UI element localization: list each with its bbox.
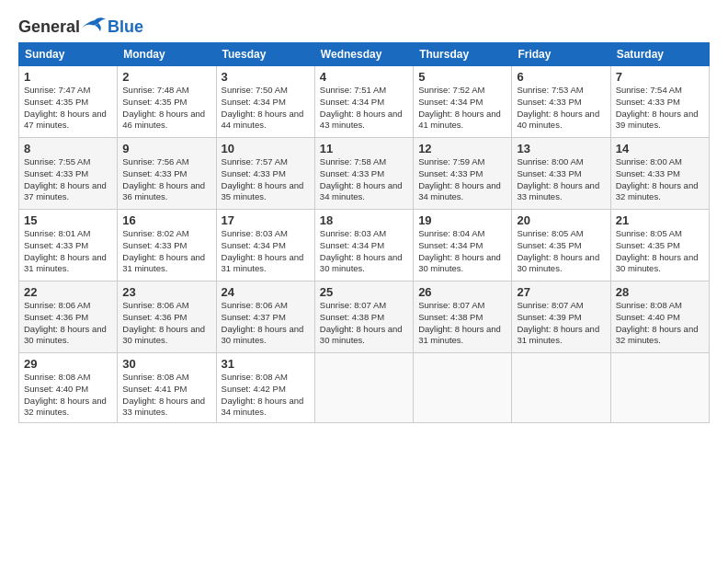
day-info: Sunrise: 8:03 AMSunset: 4:34 PMDaylight:… [222,228,304,273]
calendar-day-cell: 11 Sunrise: 7:58 AMSunset: 4:33 PMDaylig… [314,138,413,210]
day-info: Sunrise: 7:50 AMSunset: 4:34 PMDaylight:… [222,85,304,130]
day-info: Sunrise: 8:05 AMSunset: 4:35 PMDaylight:… [517,228,599,273]
day-number: 25 [320,285,408,299]
calendar-day-cell: 12 Sunrise: 7:59 AMSunset: 4:33 PMDaylig… [414,138,512,210]
calendar-day-cell: 3 Sunrise: 7:50 AMSunset: 4:34 PMDayligh… [216,66,314,138]
calendar-header-cell: Sunday [19,43,118,66]
day-number: 4 [320,70,408,84]
logo: General Blue [18,17,143,37]
calendar-day-cell: 9 Sunrise: 7:56 AMSunset: 4:33 PMDayligh… [118,138,216,210]
day-info: Sunrise: 7:57 AMSunset: 4:33 PMDaylight:… [222,156,304,201]
day-info: Sunrise: 7:52 AMSunset: 4:34 PMDaylight:… [418,85,501,130]
day-info: Sunrise: 7:51 AMSunset: 4:34 PMDaylight:… [320,85,403,130]
calendar-day-cell: 28 Sunrise: 8:08 AMSunset: 4:40 PMDaylig… [610,282,709,353]
calendar-day-cell: 22 Sunrise: 8:06 AMSunset: 4:36 PMDaylig… [19,282,118,353]
logo-general-text: General [18,17,80,37]
day-number: 11 [320,142,408,155]
day-number: 13 [517,142,605,155]
calendar-day-cell: 14 Sunrise: 8:00 AMSunset: 4:33 PMDaylig… [610,138,709,210]
calendar-header-cell: Wednesday [314,43,413,66]
calendar-header-cell: Saturday [610,43,709,66]
day-info: Sunrise: 8:08 AMSunset: 4:41 PMDaylight:… [122,372,205,417]
calendar-day-cell: 13 Sunrise: 8:00 AMSunset: 4:33 PMDaylig… [512,138,610,210]
day-info: Sunrise: 8:03 AMSunset: 4:34 PMDaylight:… [320,228,403,273]
calendar-day-cell: 29 Sunrise: 8:08 AMSunset: 4:40 PMDaylig… [19,353,118,423]
day-number: 7 [616,70,704,84]
day-info: Sunrise: 8:08 AMSunset: 4:42 PMDaylight:… [222,372,304,417]
day-number: 2 [122,70,210,84]
day-info: Sunrise: 8:06 AMSunset: 4:36 PMDaylight:… [122,300,205,345]
calendar-day-cell: 30 Sunrise: 8:08 AMSunset: 4:41 PMDaylig… [118,353,216,423]
day-number: 20 [517,213,605,227]
day-info: Sunrise: 8:08 AMSunset: 4:40 PMDaylight:… [24,372,107,417]
calendar-header-cell: Monday [118,43,216,66]
calendar-day-cell [610,353,709,423]
calendar-day-cell: 16 Sunrise: 8:02 AMSunset: 4:33 PMDaylig… [118,210,216,282]
day-number: 26 [418,285,506,299]
calendar-day-cell [414,353,512,423]
calendar-day-cell [314,353,413,423]
calendar-day-cell: 18 Sunrise: 8:03 AMSunset: 4:34 PMDaylig… [314,210,413,282]
day-info: Sunrise: 8:07 AMSunset: 4:38 PMDaylight:… [418,300,501,345]
calendar-day-cell: 24 Sunrise: 8:06 AMSunset: 4:37 PMDaylig… [216,282,314,353]
day-info: Sunrise: 8:00 AMSunset: 4:33 PMDaylight:… [616,156,699,201]
calendar-day-cell: 6 Sunrise: 7:53 AMSunset: 4:33 PMDayligh… [512,66,610,138]
day-number: 31 [222,357,310,371]
day-number: 8 [24,142,112,155]
day-info: Sunrise: 7:56 AMSunset: 4:33 PMDaylight:… [122,156,205,201]
day-info: Sunrise: 8:02 AMSunset: 4:33 PMDaylight:… [122,228,205,273]
logo-blue-text: Blue [108,17,143,37]
day-info: Sunrise: 7:47 AMSunset: 4:35 PMDaylight:… [24,85,107,130]
calendar-day-cell [512,353,610,423]
day-info: Sunrise: 8:07 AMSunset: 4:38 PMDaylight:… [320,300,403,345]
day-number: 27 [517,285,605,299]
day-info: Sunrise: 7:58 AMSunset: 4:33 PMDaylight:… [320,156,403,201]
calendar-header-cell: Thursday [414,43,512,66]
calendar-header-row: SundayMondayTuesdayWednesdayThursdayFrid… [19,43,710,66]
calendar-day-cell: 4 Sunrise: 7:51 AMSunset: 4:34 PMDayligh… [314,66,413,138]
day-number: 5 [418,70,506,84]
day-number: 6 [517,70,605,84]
day-number: 17 [222,213,310,227]
calendar-day-cell: 10 Sunrise: 7:57 AMSunset: 4:33 PMDaylig… [216,138,314,210]
day-number: 22 [24,285,112,299]
day-info: Sunrise: 7:54 AMSunset: 4:33 PMDaylight:… [616,85,699,130]
day-number: 18 [320,213,408,227]
calendar-table: SundayMondayTuesdayWednesdayThursdayFrid… [18,42,710,423]
calendar-day-cell: 5 Sunrise: 7:52 AMSunset: 4:34 PMDayligh… [414,66,512,138]
logo-bird-icon [82,17,108,37]
day-number: 14 [616,142,704,155]
calendar-day-cell: 26 Sunrise: 8:07 AMSunset: 4:38 PMDaylig… [414,282,512,353]
day-info: Sunrise: 7:59 AMSunset: 4:33 PMDaylight:… [418,156,501,201]
day-number: 1 [24,70,112,84]
calendar-day-cell: 1 Sunrise: 7:47 AMSunset: 4:35 PMDayligh… [19,66,118,138]
day-number: 16 [122,213,210,227]
calendar-day-cell: 17 Sunrise: 8:03 AMSunset: 4:34 PMDaylig… [216,210,314,282]
day-number: 24 [222,285,310,299]
page-container: General Blue SundayMondayTuesdayWednesda… [0,0,728,432]
day-number: 23 [122,285,210,299]
header: General Blue [18,17,710,37]
day-info: Sunrise: 8:07 AMSunset: 4:39 PMDaylight:… [517,300,599,345]
calendar-day-cell: 2 Sunrise: 7:48 AMSunset: 4:35 PMDayligh… [118,66,216,138]
calendar-day-cell: 7 Sunrise: 7:54 AMSunset: 4:33 PMDayligh… [610,66,709,138]
day-info: Sunrise: 8:06 AMSunset: 4:36 PMDaylight:… [24,300,107,345]
calendar-day-cell: 19 Sunrise: 8:04 AMSunset: 4:34 PMDaylig… [414,210,512,282]
day-number: 30 [122,357,210,371]
day-number: 12 [418,142,506,155]
calendar-day-cell: 31 Sunrise: 8:08 AMSunset: 4:42 PMDaylig… [216,353,314,423]
calendar-day-cell: 27 Sunrise: 8:07 AMSunset: 4:39 PMDaylig… [512,282,610,353]
day-number: 28 [616,285,704,299]
day-info: Sunrise: 7:48 AMSunset: 4:35 PMDaylight:… [122,85,205,130]
calendar-day-cell: 20 Sunrise: 8:05 AMSunset: 4:35 PMDaylig… [512,210,610,282]
day-number: 29 [24,357,112,371]
day-number: 9 [122,142,210,155]
day-info: Sunrise: 8:00 AMSunset: 4:33 PMDaylight:… [517,156,599,201]
day-info: Sunrise: 8:05 AMSunset: 4:35 PMDaylight:… [616,228,699,273]
day-info: Sunrise: 8:06 AMSunset: 4:37 PMDaylight:… [222,300,304,345]
calendar-day-cell: 25 Sunrise: 8:07 AMSunset: 4:38 PMDaylig… [314,282,413,353]
day-info: Sunrise: 7:55 AMSunset: 4:33 PMDaylight:… [24,156,107,201]
day-info: Sunrise: 8:01 AMSunset: 4:33 PMDaylight:… [24,228,107,273]
day-number: 19 [418,213,506,227]
calendar-day-cell: 15 Sunrise: 8:01 AMSunset: 4:33 PMDaylig… [19,210,118,282]
